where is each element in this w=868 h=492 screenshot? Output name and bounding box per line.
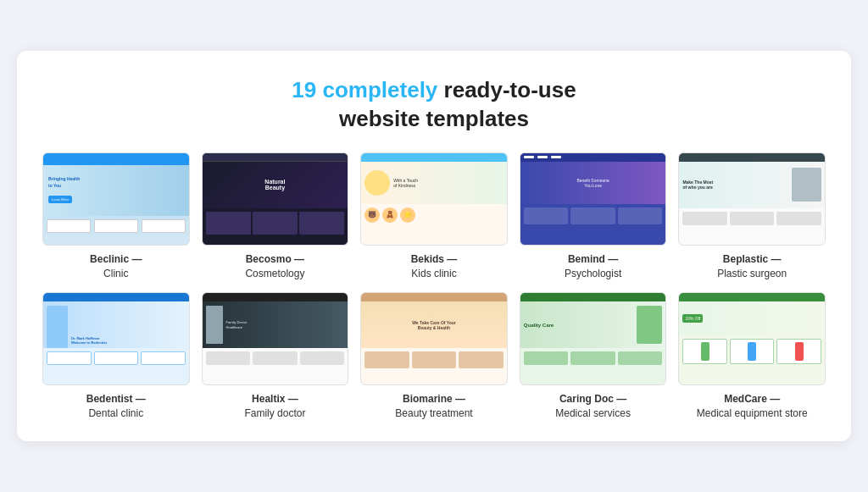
template-label-beclinic: Beclinic — Clinic [90,252,142,281]
template-card-bekids[interactable]: With a Touchof Kindness 🐻 🧸 🌟 Bekids — K… [360,152,508,281]
template-card-medcare[interactable]: 10% Off MedCare — Medical equipment stor… [678,292,826,421]
template-preview-bekids: With a Touchof Kindness 🐻 🧸 🌟 [360,152,508,246]
template-label-medcare: MedCare — Medical equipment store [697,392,808,421]
template-card-beplastic[interactable]: Make The Mostof who you are Beplastic — … [678,152,826,281]
headline-highlight: 19 completely [292,77,437,102]
template-card-beclinic[interactable]: Bringing Healthto You Learn More Beclini… [42,152,190,281]
template-label-healtix: Healtix — Family doctor [244,392,305,421]
template-card-bedentist[interactable]: Dr. Mark HoffmanWelcome to Bedentist Bed… [42,292,190,421]
template-card-becosmo[interactable]: NaturalBeauty Becosmo — Cosmetology [202,152,349,281]
template-label-bekids: Bekids — Kids clinic [411,252,458,281]
main-container: 19 completely ready-to-use website templ… [17,51,851,441]
template-card-healtix[interactable]: Family DoctorHealthcare Healtix — Family… [202,292,349,421]
template-label-becosmo: Becosmo — Cosmetology [245,252,304,281]
template-preview-medcare: 10% Off [678,292,826,385]
page-headline: 19 completely ready-to-use website templ… [42,76,826,134]
template-label-bedentist: Bedentist — Dental clinic [86,392,146,421]
template-preview-beclinic: Bringing Healthto You Learn More [42,152,190,246]
template-preview-becosmo: NaturalBeauty [202,152,349,246]
templates-grid: Bringing Healthto You Learn More Beclini… [42,152,826,421]
template-card-biomarine[interactable]: We Take Care Of YourBeauty & Health Biom… [360,292,508,421]
template-label-bemind: Bemind — Psychologist [565,252,621,281]
template-preview-beplastic: Make The Mostof who you are [678,152,826,246]
template-preview-healtix: Family DoctorHealthcare [202,292,349,385]
template-preview-biomarine: We Take Care Of YourBeauty & Health [360,292,508,385]
headline-part3: website templates [339,106,529,131]
headline-part2: ready-to-use [444,77,576,102]
template-card-bemind[interactable]: Benefit SomeoneYou Love Bemind — Psychol… [520,152,667,281]
template-label-biomarine: Biomarine — Beauty treatment [395,392,472,421]
template-label-caringdoc: Caring Doc — Medical services [555,392,631,421]
template-preview-caringdoc: Quality Care [520,292,667,385]
template-label-beplastic: Beplastic — Plastic surgeon [717,252,787,281]
template-card-caringdoc[interactable]: Quality Care Caring Doc — Medical servic… [520,292,667,421]
template-preview-bemind: Benefit SomeoneYou Love [520,152,667,246]
template-preview-bedentist: Dr. Mark HoffmanWelcome to Bedentist [42,292,190,385]
